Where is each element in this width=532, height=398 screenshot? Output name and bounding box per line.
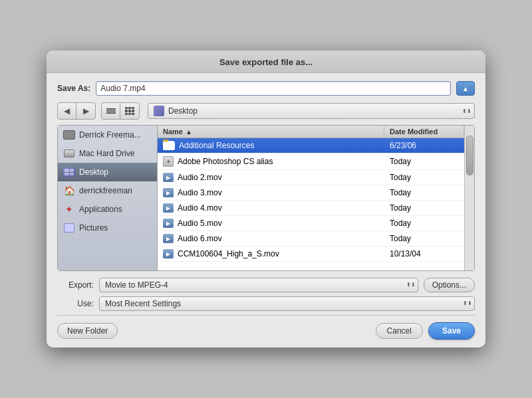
applications-icon: ✦ [63, 203, 75, 215]
sidebar-item-desktop[interactable]: Desktop [58, 163, 157, 181]
name-column-header[interactable]: Name ▲ [158, 126, 384, 138]
sidebar-label-mac-hard-drive: Mac Hard Drive [79, 149, 134, 158]
scrollbar[interactable] [464, 126, 474, 270]
file-name-cell: ▶ Audio 6.mov [158, 233, 384, 245]
folder-icon [163, 141, 175, 150]
back-arrow-icon: ◀ [64, 106, 70, 116]
use-select[interactable]: Most Recent SettingsDefault SettingsCust… [99, 296, 475, 311]
forward-button[interactable]: ▶ [76, 103, 95, 119]
export-select-wrapper[interactable]: Movie to MPEG-4Movie to QuickTime MovieM… [99, 278, 418, 292]
file-date-cell: Today [384, 171, 464, 183]
video-icon: ▶ [163, 249, 174, 258]
sidebar-label-desktop: Desktop [79, 167, 108, 177]
file-date-cell: 6/23/06 [384, 140, 464, 151]
file-name-cell: ▶ CCM100604_High_a_S.mov [158, 248, 384, 260]
file-name-cell: ▶ Audio 4.mov [158, 202, 384, 214]
date-column-header[interactable]: Date Modified [384, 126, 464, 138]
save-dialog: Save exported file as... Save As: ▲ ◀ ▶ [47, 50, 485, 348]
sidebar-item-mac-hard-drive[interactable]: Mac Hard Drive [58, 144, 157, 163]
location-display[interactable]: Desktop [148, 103, 475, 119]
export-label: Export: [57, 280, 94, 290]
export-select[interactable]: Movie to MPEG-4Movie to QuickTime MovieM… [99, 278, 418, 292]
sidebar-item-pictures[interactable]: Pictures [58, 219, 157, 237]
right-buttons: Cancel Save [376, 322, 475, 340]
alias-icon: ✦ [163, 156, 174, 167]
drive-icon [63, 148, 75, 159]
column-view-button[interactable] [120, 103, 139, 119]
file-list-header: Name ▲ Date Modified [158, 126, 464, 138]
table-row[interactable]: ▶ Audio 2.mov Today [158, 170, 464, 185]
file-date-cell: Today [384, 187, 464, 199]
use-select-wrapper[interactable]: Most Recent SettingsDefault SettingsCust… [99, 296, 475, 311]
forward-arrow-icon: ▶ [83, 106, 89, 116]
table-row[interactable]: ✦ Adobe Photoshop CS alias Today [158, 153, 464, 170]
export-row: Export: Movie to MPEG-4Movie to QuickTim… [57, 278, 475, 292]
save-as-row: Save As: ▲ [57, 81, 475, 96]
file-area: Derrick Freema... Mac Hard Drive Desktop [57, 125, 475, 271]
file-name-text: Audio 5.mov [178, 219, 222, 228]
file-name-text: Audio 6.mov [178, 234, 222, 243]
desktop-icon [63, 166, 75, 178]
sidebar: Derrick Freema... Mac Hard Drive Desktop [58, 126, 158, 270]
options-button[interactable]: Options... [424, 278, 475, 292]
scrollbar-thumb[interactable] [466, 136, 473, 175]
file-date-cell: Today [384, 217, 464, 229]
dialog-title: Save exported file as... [47, 50, 485, 73]
table-row[interactable]: ▶ Audio 4.mov Today [158, 201, 464, 216]
sidebar-label-derrick: Derrick Freema... [79, 130, 141, 140]
save-button[interactable]: Save [428, 322, 475, 340]
use-label: Use: [57, 299, 94, 308]
file-name-cell: ▶ Audio 3.mov [158, 187, 384, 199]
column-view-icon [125, 107, 134, 115]
table-row[interactable]: ▶ Audio 6.mov Today [158, 231, 464, 247]
table-row[interactable]: ▶ Audio 3.mov Today [158, 185, 464, 201]
sidebar-label-derrickfreeman: derrickfreeman [79, 186, 132, 195]
save-as-label: Save As: [57, 84, 90, 93]
cancel-button[interactable]: Cancel [376, 323, 423, 339]
table-row[interactable]: Additional Resources 6/23/06 [158, 138, 464, 153]
sidebar-label-pictures: Pictures [79, 223, 108, 233]
video-icon: ▶ [163, 188, 174, 197]
expand-button[interactable]: ▲ [456, 81, 475, 96]
file-name-text: Audio 3.mov [178, 188, 222, 197]
file-list: Name ▲ Date Modified Additional Resource… [158, 126, 464, 270]
button-row: New Folder Cancel Save [57, 315, 475, 340]
video-icon: ▶ [163, 173, 174, 182]
sidebar-item-derrickfreeman[interactable]: 🏠 derrickfreeman [58, 181, 157, 200]
location-folder-icon [154, 106, 164, 116]
video-icon: ▶ [163, 203, 174, 213]
file-name-text: CCM100604_High_a_S.mov [178, 249, 279, 258]
location-selector[interactable]: Desktop [148, 103, 475, 119]
nav-button-group: ◀ ▶ [57, 102, 96, 120]
file-date-cell: Today [384, 233, 464, 245]
pictures-icon [63, 222, 75, 234]
file-date-cell: Today [384, 202, 464, 214]
bottom-area: Export: Movie to MPEG-4Movie to QuickTim… [57, 271, 475, 311]
file-date-cell: 10/13/04 [384, 248, 464, 260]
file-name-cell: Additional Resources [158, 140, 384, 151]
view-button-group [101, 102, 140, 120]
table-row[interactable]: ▶ Audio 5.mov Today [158, 216, 464, 231]
table-row[interactable]: ▶ CCM100604_High_a_S.mov 10/13/04 [158, 247, 464, 262]
back-button[interactable]: ◀ [58, 103, 76, 119]
nav-toolbar: ◀ ▶ [57, 102, 475, 120]
home-icon: 🏠 [63, 185, 75, 197]
title-text: Save exported file as... [219, 57, 313, 67]
list-view-button[interactable] [102, 103, 120, 119]
file-name-text: Adobe Photoshop CS alias [178, 157, 273, 166]
file-name-text: Additional Resources [179, 141, 254, 150]
sidebar-label-applications: Applications [79, 205, 122, 214]
list-view-icon [106, 108, 116, 114]
file-name-text: Audio 2.mov [178, 173, 222, 182]
file-name-cell: ▶ Audio 5.mov [158, 217, 384, 229]
new-folder-button[interactable]: New Folder [57, 323, 118, 339]
save-as-input[interactable] [96, 81, 451, 96]
sidebar-item-applications[interactable]: ✦ Applications [58, 200, 157, 219]
video-icon: ▶ [163, 234, 174, 243]
use-row: Use: Most Recent SettingsDefault Setting… [57, 296, 475, 311]
file-name-cell: ▶ Audio 2.mov [158, 171, 384, 183]
sort-arrow-icon: ▲ [186, 128, 192, 136]
sidebar-item-derrick[interactable]: Derrick Freema... [58, 126, 157, 144]
video-icon: ▶ [163, 219, 174, 228]
file-name-text: Audio 4.mov [178, 203, 222, 213]
